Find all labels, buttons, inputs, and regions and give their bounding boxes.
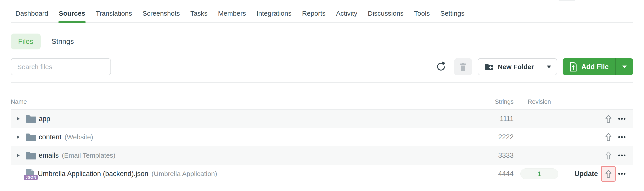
- row-menu-button[interactable]: [618, 114, 626, 123]
- ellipsis-icon: [618, 154, 620, 156]
- row-menu-button[interactable]: [618, 151, 626, 160]
- folder-icon: [26, 151, 37, 160]
- caret-down-icon: [622, 66, 627, 68]
- ellipsis-icon: [618, 173, 620, 175]
- tab-integrations[interactable]: Integrations: [256, 10, 292, 18]
- files-toolbar: New Folder Add File: [11, 58, 633, 75]
- delete-button[interactable]: [454, 58, 472, 75]
- toggle-files[interactable]: Files: [11, 34, 41, 50]
- folder-icon: [26, 114, 37, 123]
- folder-icon: [26, 133, 37, 142]
- new-folder-label: New Folder: [498, 63, 534, 71]
- tab-settings[interactable]: Settings: [440, 10, 464, 18]
- project-nav: Dashboard Sources Translations Screensho…: [11, 0, 633, 23]
- upload-icon: [605, 114, 612, 123]
- folder-note: (Website): [64, 133, 93, 141]
- folder-name[interactable]: app: [39, 115, 50, 123]
- refresh-icon: [436, 61, 446, 72]
- upload-button[interactable]: [601, 129, 616, 145]
- json-file-icon: JSON: [26, 168, 34, 179]
- add-file-dropdown[interactable]: [616, 58, 633, 75]
- column-header-strings: Strings: [476, 98, 514, 109]
- tab-tools[interactable]: Tools: [414, 10, 430, 18]
- tab-members[interactable]: Members: [218, 10, 246, 18]
- table-body: app 1111: [11, 110, 633, 183]
- table-header: Name Strings Revision: [11, 82, 633, 110]
- refresh-button[interactable]: [436, 61, 446, 72]
- strings-count: 4444: [476, 170, 514, 178]
- folder-plus-icon: [485, 63, 494, 71]
- tab-translations[interactable]: Translations: [96, 10, 132, 18]
- upload-icon: [605, 133, 612, 141]
- file-note: (Umbrella Application): [152, 170, 217, 178]
- add-file-button[interactable]: Add File: [562, 58, 633, 75]
- table-row-file-json[interactable]: JSON Umbrella Application (backend).json…: [11, 164, 633, 183]
- top-right-artifact: [558, 0, 575, 1]
- caret-down-icon: [547, 66, 551, 68]
- strings-count: 2222: [476, 133, 514, 141]
- column-header-revision: Revision: [514, 98, 558, 109]
- upload-button-highlighted[interactable]: [601, 166, 616, 182]
- update-link[interactable]: Update: [574, 170, 598, 178]
- tab-dashboard[interactable]: Dashboard: [16, 10, 48, 18]
- new-folder-dropdown[interactable]: [541, 58, 557, 75]
- tab-screenshots[interactable]: Screenshots: [142, 10, 180, 18]
- table-row-folder-content[interactable]: content (Website) 2222: [11, 128, 633, 146]
- expand-caret-icon[interactable]: [17, 154, 20, 157]
- table-row-folder-app[interactable]: app 1111: [11, 110, 633, 128]
- upload-icon: [605, 151, 612, 160]
- row-menu-button[interactable]: [618, 133, 626, 142]
- add-file-label: Add File: [582, 63, 609, 71]
- new-folder-button[interactable]: New Folder: [478, 58, 557, 75]
- tab-discussions[interactable]: Discussions: [368, 10, 404, 18]
- files-table: Name Strings Revision app 1111: [11, 82, 633, 183]
- upload-button[interactable]: [601, 111, 616, 126]
- revision-badge[interactable]: 1: [520, 168, 558, 179]
- folder-name[interactable]: emails: [39, 152, 59, 160]
- toggle-strings[interactable]: Strings: [52, 37, 74, 46]
- tab-tasks[interactable]: Tasks: [190, 10, 208, 18]
- expand-caret-icon[interactable]: [17, 135, 20, 139]
- new-folder-main[interactable]: New Folder: [478, 58, 541, 75]
- folder-note: (Email Templates): [62, 152, 116, 159]
- file-upload-icon: [569, 62, 577, 72]
- file-name[interactable]: Umbrella Application (backend).json: [38, 170, 148, 178]
- folder-name[interactable]: content: [39, 133, 62, 141]
- view-toggle: Files Strings: [11, 34, 633, 50]
- table-row-folder-emails[interactable]: emails (Email Templates) 3333: [11, 146, 633, 164]
- tab-activity[interactable]: Activity: [336, 10, 357, 18]
- expand-caret-icon[interactable]: [17, 117, 20, 120]
- trash-icon: [459, 62, 467, 71]
- column-header-name: Name: [11, 98, 476, 109]
- search-input[interactable]: [11, 58, 111, 75]
- strings-count: 3333: [476, 152, 514, 160]
- json-format-badge: JSON: [24, 175, 38, 180]
- ellipsis-icon: [618, 136, 620, 138]
- strings-count: 1111: [476, 115, 514, 123]
- tab-sources[interactable]: Sources: [59, 10, 85, 18]
- tab-reports[interactable]: Reports: [302, 10, 326, 18]
- ellipsis-icon: [618, 118, 620, 120]
- row-menu-button[interactable]: [618, 169, 626, 178]
- upload-icon: [605, 170, 612, 178]
- upload-button[interactable]: [601, 148, 616, 163]
- add-file-main[interactable]: Add File: [562, 58, 616, 75]
